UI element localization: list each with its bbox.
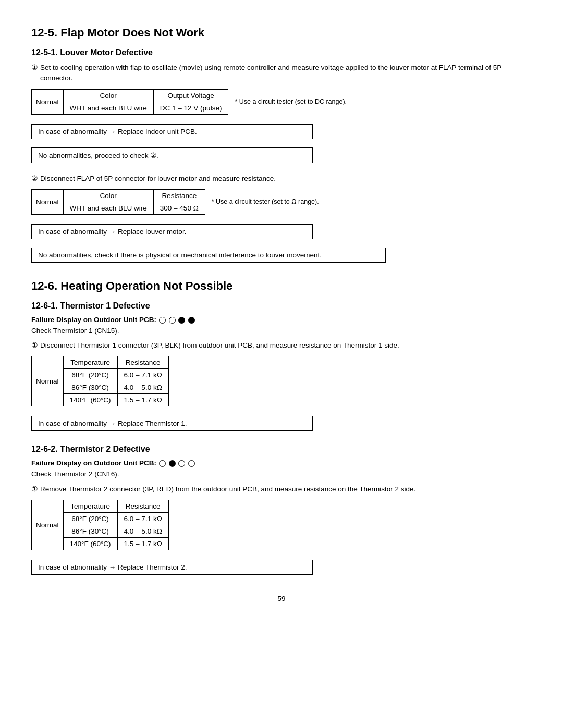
- info-box-2: No abnormalities, proceed to check ②.: [31, 143, 532, 167]
- therm1-step1: ① Disconnect Thermistor 1 connector (3P,…: [31, 340, 532, 351]
- info-box-2-text: No abnormalities, proceed to check ②.: [38, 152, 159, 159]
- step1-num: ①: [31, 63, 38, 84]
- therm1-table: Temperature Resistance 68°F (20°C) 6.0 –…: [63, 356, 169, 406]
- step1-item: ① Set to cooling operation with flap to …: [31, 63, 532, 84]
- table2-row1-col1: WHT and each BLU wire: [63, 202, 153, 214]
- failure-display-2: Failure Display on Outdoor Unit PCB:: [31, 459, 532, 467]
- info-box-therm1-text: In case of abnormality → Replace Thermis…: [38, 419, 187, 427]
- normal-label-2: Normal: [31, 189, 63, 215]
- info-box-3-text: In case of abnormality → Replace louver …: [38, 228, 186, 236]
- therm1-row1-temp: 68°F (20°C): [63, 369, 117, 381]
- therm2-step1-num: ①: [31, 484, 38, 495]
- info-box-therm1: In case of abnormality → Replace Thermis…: [31, 412, 532, 435]
- section-12-5: 12-5. Flap Motor Does Not Work 12-5-1. L…: [31, 26, 532, 267]
- table1-row1-col1: WHT and each BLU wire: [63, 102, 153, 114]
- therm1-table-wrap: Normal Temperature Resistance 68°F (20°C…: [31, 356, 532, 406]
- therm1-row1-res: 6.0 – 7.1 kΩ: [117, 369, 168, 381]
- therm2-row1-res: 6.0 – 7.1 kΩ: [117, 512, 168, 525]
- step2-num: ②: [31, 174, 38, 184]
- therm2-row2-res: 4.0 – 5.0 kΩ: [117, 525, 168, 537]
- therm2-row2-temp: 86°F (30°C): [63, 525, 117, 537]
- therm2-step1-text: Remove Thermistor 2 connector (3P, RED) …: [40, 484, 415, 495]
- therm2-table-wrap: Normal Temperature Resistance 68°F (20°C…: [31, 500, 532, 550]
- info-box-4-text: No abnormalities, check if there is phys…: [38, 251, 322, 259]
- circle-2-4: [188, 460, 195, 467]
- section-12-6-title: 12-6. Heating Operation Not Possible: [31, 279, 532, 293]
- info-box-therm2: In case of abnormality → Replace Thermis…: [31, 556, 532, 579]
- table2-col2: Resistance: [153, 189, 205, 202]
- therm2-col2: Resistance: [117, 500, 168, 512]
- info-box-therm2-text: In case of abnormality → Replace Thermis…: [38, 563, 187, 571]
- info-box-1-text: In case of abnormality → Replace indoor …: [38, 128, 197, 135]
- table1: Color Output Voltage WHT and each BLU wi…: [63, 89, 229, 115]
- section-12-6-2-title: 12-6-2. Thermistor 2 Defective: [31, 445, 532, 454]
- circle-1-4: [188, 317, 195, 324]
- section-12-6: 12-6. Heating Operation Not Possible 12-…: [31, 279, 532, 579]
- circle-2-2: [169, 460, 176, 467]
- therm1-step1-text: Disconnect Thermistor 1 connector (3P, B…: [40, 340, 399, 351]
- normal-label-therm1: Normal: [31, 356, 63, 406]
- step2-text: Disconnect FLAP of 5P connector for louv…: [40, 174, 276, 184]
- step2-item: ② Disconnect FLAP of 5P connector for lo…: [31, 174, 532, 184]
- therm1-col2: Resistance: [117, 356, 168, 369]
- table2-row1-col2: 300 – 450 Ω: [153, 202, 205, 214]
- page-number: 59: [31, 595, 532, 602]
- therm1-row3-res: 1.5 – 1.7 kΩ: [117, 394, 168, 406]
- normal-label-1: Normal: [31, 89, 63, 115]
- section-12-6-1: 12-6-1. Thermistor 1 Defective Failure D…: [31, 301, 532, 436]
- therm2-row3-temp: 140°F (60°C): [63, 537, 117, 550]
- section-12-6-1-title: 12-6-1. Thermistor 1 Defective: [31, 301, 532, 311]
- table1-col1: Color: [63, 89, 153, 102]
- failure-display-2-label: Failure Display on Outdoor Unit PCB:: [31, 459, 156, 467]
- therm2-col1: Temperature: [63, 500, 117, 512]
- therm2-table: Temperature Resistance 68°F (20°C) 6.0 –…: [63, 500, 169, 550]
- check-text-2: Check Thermistor 2 (CN16).: [31, 469, 532, 479]
- info-box-3: In case of abnormality → Replace louver …: [31, 220, 532, 243]
- therm1-row3-temp: 140°F (60°C): [63, 394, 117, 406]
- circle-2-1: [159, 460, 166, 467]
- circle-1-3: [178, 317, 185, 324]
- therm1-row2-res: 4.0 – 5.0 kΩ: [117, 381, 168, 394]
- failure-display-1-label: Failure Display on Outdoor Unit PCB:: [31, 316, 156, 324]
- circle-1-2: [169, 317, 176, 324]
- therm1-col1: Temperature: [63, 356, 117, 369]
- table1-note: * Use a circuit tester (set to DC range)…: [235, 98, 347, 105]
- section-12-5-title: 12-5. Flap Motor Does Not Work: [31, 26, 532, 40]
- section-12-5-1-title: 12-5-1. Louver Motor Defective: [31, 48, 532, 57]
- table2-wrap: Normal Color Resistance WHT and each BLU…: [31, 189, 532, 215]
- table2-col1: Color: [63, 189, 153, 202]
- info-box-1: In case of abnormality → Replace indoor …: [31, 120, 532, 143]
- table1-col2: Output Voltage: [153, 89, 228, 102]
- table2-note: * Use a circuit tester (set to Ω range).: [212, 198, 319, 205]
- circle-2-3: [178, 460, 185, 467]
- table1-row1-col2: DC 1 – 12 V (pulse): [153, 102, 228, 114]
- therm1-row2-temp: 86°F (30°C): [63, 381, 117, 394]
- therm2-step1: ① Remove Thermistor 2 connector (3P, RED…: [31, 484, 532, 495]
- therm2-row1-temp: 68°F (20°C): [63, 512, 117, 525]
- therm1-step1-num: ①: [31, 340, 38, 351]
- therm2-row3-res: 1.5 – 1.7 kΩ: [117, 537, 168, 550]
- failure-display-1: Failure Display on Outdoor Unit PCB:: [31, 316, 532, 324]
- info-box-4: No abnormalities, check if there is phys…: [31, 243, 532, 267]
- table2: Color Resistance WHT and each BLU wire 3…: [63, 189, 205, 215]
- section-12-6-2: 12-6-2. Thermistor 2 Defective Failure D…: [31, 445, 532, 579]
- check-text-1: Check Thermistor 1 (CN15).: [31, 326, 532, 336]
- circle-1-1: [159, 317, 166, 324]
- step1-text: Set to cooling operation with flap to os…: [40, 63, 532, 84]
- normal-label-therm2: Normal: [31, 500, 63, 550]
- table1-wrap: Normal Color Output Voltage WHT and each…: [31, 89, 532, 115]
